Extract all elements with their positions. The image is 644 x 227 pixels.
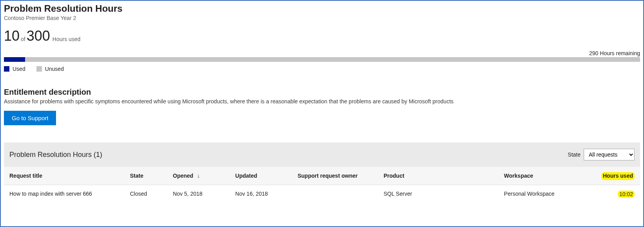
- cell-updated: Nov 16, 2018: [230, 185, 292, 204]
- col-workspace[interactable]: Workspace: [499, 167, 596, 185]
- cell-product: SQL Server: [378, 185, 498, 204]
- col-request-title[interactable]: Request title: [4, 167, 125, 185]
- col-updated[interactable]: Updated: [230, 167, 292, 185]
- state-filter-select[interactable]: All requests: [584, 149, 635, 160]
- cell-opened: Nov 5, 2018: [167, 185, 230, 204]
- col-owner[interactable]: Support request owner: [292, 167, 378, 185]
- entitlement-description: Assistance for problems with specific sy…: [4, 98, 640, 104]
- col-product[interactable]: Product: [378, 167, 498, 185]
- cell-hours-used-value: 10:02: [618, 191, 635, 198]
- hours-total-value: 300: [27, 29, 50, 43]
- sort-descending-icon: ↓: [197, 173, 200, 179]
- go-to-support-button[interactable]: Go to Support: [4, 111, 56, 125]
- hours-progress-fill: [4, 57, 25, 62]
- requests-table: Request title State Opened ↓ Updated Sup…: [4, 167, 640, 203]
- legend-unused-label: Unused: [45, 66, 64, 72]
- page-title: Problem Resolution Hours: [4, 3, 640, 14]
- unused-swatch-icon: [36, 66, 42, 72]
- table-row[interactable]: How to map index with server 666 Closed …: [4, 185, 640, 204]
- cell-state: Closed: [125, 185, 168, 204]
- progress-legend: Used Unused: [4, 66, 640, 72]
- table-header-bar: Problem Resolution Hours (1) State All r…: [4, 142, 640, 167]
- hours-used-label: Hours used: [52, 36, 81, 42]
- of-label: of: [21, 36, 25, 42]
- col-opened-label: Opened: [173, 173, 193, 179]
- legend-used: Used: [4, 66, 25, 72]
- entitlement-title: Entitlement description: [4, 88, 640, 97]
- col-hours-used-label: Hours used: [601, 172, 635, 179]
- table-section-title: Problem Resolution Hours (1): [9, 151, 102, 159]
- cell-request-title: How to map index with server 666: [4, 185, 125, 204]
- hours-usage-summary: 10 of 300 Hours used: [4, 29, 640, 43]
- state-filter: State All requests: [568, 149, 635, 160]
- cell-owner: [292, 185, 378, 204]
- legend-unused: Unused: [36, 66, 64, 72]
- col-opened[interactable]: Opened ↓: [167, 167, 230, 185]
- cell-workspace: Personal Workspace: [499, 185, 596, 204]
- page-subtitle: Contoso Premier Base Year 2: [4, 15, 640, 21]
- hours-used-value: 10: [4, 29, 20, 43]
- state-filter-label: State: [568, 151, 581, 158]
- used-swatch-icon: [4, 66, 9, 72]
- legend-used-label: Used: [13, 66, 25, 72]
- hours-remaining-label: 290 Hours remaining: [589, 50, 640, 56]
- col-state[interactable]: State: [125, 167, 168, 185]
- cell-hours-used: 10:02: [596, 185, 640, 204]
- hours-progress-bar: [4, 57, 640, 62]
- col-hours-used[interactable]: Hours used: [596, 167, 640, 185]
